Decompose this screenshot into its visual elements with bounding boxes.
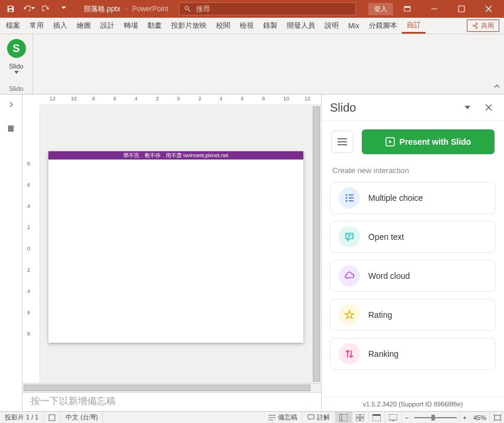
ruler-vertical[interactable]: 8 6 4 2 0 2 4 6 8: [22, 105, 40, 383]
view-reading-button[interactable]: [368, 412, 385, 423]
interaction-open-text[interactable]: Open text: [330, 221, 496, 253]
tab-insert[interactable]: 插入: [48, 18, 72, 34]
slido-ribbon-button[interactable]: S: [5, 37, 28, 60]
tab-design[interactable]: 設計: [96, 18, 119, 34]
scrollbar-horizontal[interactable]: [22, 383, 321, 392]
share-button[interactable]: 共用: [467, 19, 499, 32]
status-bar: 投影片 1 / 1 中文 (台灣) 備忘稿 註解 − + 45%: [0, 411, 504, 423]
login-button[interactable]: 登入: [368, 3, 393, 15]
ribbon-content: S Slido Slido: [0, 34, 504, 95]
tab-view[interactable]: 檢視: [235, 18, 258, 34]
ruler-horizontal[interactable]: 12 10 8 6 4 2 0 2 4 6 8 10 12: [40, 95, 321, 105]
svg-rect-14: [361, 418, 364, 421]
scrollbar-vertical[interactable]: [312, 105, 321, 383]
slide-canvas-wrap: 學不完．教不停．用不盡 isvincent.pixnet.net: [40, 105, 312, 383]
tab-record[interactable]: 錄製: [258, 18, 282, 34]
tab-slideshow[interactable]: 投影片放映: [166, 18, 211, 34]
slido-icon: S: [7, 39, 26, 58]
fit-to-window-button[interactable]: [490, 412, 504, 423]
view-normal-button[interactable]: [335, 412, 352, 423]
svg-rect-11: [356, 414, 359, 417]
svg-rect-16: [372, 414, 381, 416]
minimize-button[interactable]: [421, 1, 447, 17]
tab-custom[interactable]: 自訂: [402, 18, 426, 34]
maximize-button[interactable]: [449, 1, 474, 17]
qat-overflow-button[interactable]: [55, 1, 72, 17]
undo-button[interactable]: [20, 1, 37, 17]
svg-rect-8: [49, 415, 55, 421]
cloud-icon: [339, 265, 360, 287]
list-icon: [339, 187, 360, 209]
svg-rect-13: [356, 418, 359, 421]
star-icon: [339, 304, 360, 326]
svg-rect-2: [404, 6, 410, 8]
tab-home[interactable]: 常用: [25, 18, 48, 34]
outline-pane: 回覆: [0, 95, 22, 411]
status-comments-button[interactable]: 註解: [303, 412, 335, 423]
arrows-icon: [339, 343, 360, 365]
svg-point-6: [345, 197, 347, 199]
speech-icon: [339, 226, 360, 248]
expand-outline-button[interactable]: [8, 99, 14, 110]
tab-file[interactable]: 檔案: [1, 18, 25, 34]
slido-panel: Slido Present with Slido Create new inte…: [321, 95, 504, 411]
svg-rect-10: [339, 414, 342, 421]
status-slide-count[interactable]: 投影片 1 / 1: [0, 412, 44, 423]
app-name: PowerPoint: [132, 5, 168, 13]
tab-review[interactable]: 校閱: [211, 18, 235, 34]
slide-canvas[interactable]: 學不完．教不停．用不盡 isvincent.pixnet.net: [48, 151, 303, 343]
svg-rect-12: [361, 414, 364, 417]
slido-panel-title: Slido: [330, 101, 453, 115]
create-interaction-label: Create new interaction: [322, 166, 504, 182]
zoom-in-button[interactable]: +: [459, 412, 470, 423]
tab-transitions[interactable]: 轉場: [119, 18, 143, 34]
tab-help[interactable]: 說明: [320, 18, 343, 34]
svg-point-7: [345, 200, 347, 201]
panel-close-button[interactable]: [482, 100, 496, 115]
save-button[interactable]: [2, 1, 19, 17]
svg-point-0: [185, 6, 189, 10]
status-notes-button[interactable]: 備忘稿: [264, 412, 303, 423]
status-accessibility[interactable]: [44, 412, 61, 423]
tab-draw[interactable]: 繪圖: [72, 18, 96, 34]
svg-point-5: [345, 194, 347, 196]
interaction-word-cloud[interactable]: Word cloud: [330, 260, 496, 292]
svg-rect-18: [495, 415, 500, 420]
present-with-slido-button[interactable]: Present with Slido: [362, 129, 495, 154]
ribbon-group-slido: S Slido Slido: [0, 34, 33, 94]
document-title: 部落格.pptx: [84, 4, 120, 14]
panel-options-button[interactable]: [460, 100, 474, 115]
close-button[interactable]: [476, 1, 502, 17]
interaction-ranking[interactable]: Ranking: [330, 338, 496, 370]
zoom-out-button[interactable]: −: [401, 412, 412, 423]
status-language[interactable]: 中文 (台灣): [61, 412, 103, 423]
ribbon-display-button[interactable]: [394, 1, 420, 17]
redo-button[interactable]: [38, 1, 54, 17]
svg-rect-9: [339, 414, 348, 421]
play-icon: [385, 137, 395, 147]
title-bar: 部落格.pptx - PowerPoint 搜尋 登入: [0, 0, 504, 18]
search-input[interactable]: 搜尋: [179, 2, 356, 15]
slide-header-text: 學不完．教不停．用不盡 isvincent.pixnet.net: [48, 151, 303, 160]
hamburger-icon: [338, 138, 347, 145]
view-sorter-button[interactable]: [352, 412, 368, 423]
editor-pane: 12 10 8 6 4 2 0 2 4 6 8 10 12 8 6 4 2 0 …: [22, 95, 321, 411]
zoom-value[interactable]: 45%: [470, 414, 490, 421]
slido-menu-button[interactable]: [331, 131, 354, 153]
tab-developer[interactable]: 開發人員: [282, 18, 320, 34]
tab-storyboard[interactable]: 分鏡腳本: [364, 18, 402, 34]
notes-pane[interactable]: 按一下以新增備忘稿: [22, 392, 321, 411]
slido-version-footer: v1.5.2.3420 (Support ID 89668f8e): [322, 396, 504, 411]
interaction-rating[interactable]: Rating: [330, 299, 496, 331]
zoom-slider[interactable]: [412, 412, 459, 423]
svg-rect-17: [389, 414, 397, 420]
interaction-multiple-choice[interactable]: Multiple choice: [330, 182, 496, 214]
view-slideshow-button[interactable]: [385, 412, 401, 423]
tab-mix[interactable]: Mix: [343, 18, 364, 34]
collapse-ribbon-button[interactable]: [493, 82, 500, 93]
svg-rect-3: [459, 6, 464, 12]
ribbon-tabs: 檔案 常用 插入 繪圖 設計 轉場 動畫 投影片放映 校閱 檢視 錄製 開發人員…: [0, 18, 504, 34]
tab-animations[interactable]: 動畫: [143, 18, 166, 34]
main-area: 回覆 12 10 8 6 4 2 0 2 4 6 8 10 12 8 6 4 2…: [0, 95, 504, 411]
